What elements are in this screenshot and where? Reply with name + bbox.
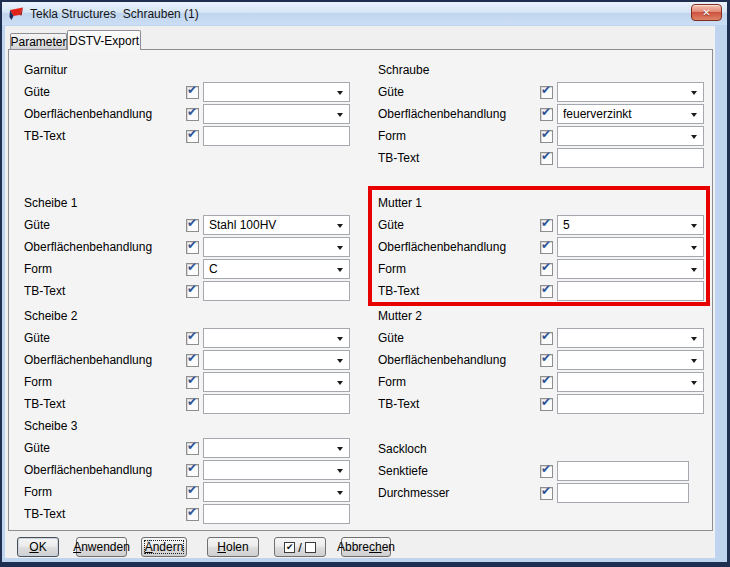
- scheibe1-form-label: Form: [24, 262, 186, 276]
- label-text: ndern: [153, 540, 184, 554]
- mutter1-guete-checkbox[interactable]: ✔: [540, 219, 553, 232]
- mutter2-tb-text-input[interactable]: [557, 394, 704, 414]
- scheibe3-form-row: Form ✔: [24, 481, 350, 503]
- schraube-tb-text-input[interactable]: [557, 148, 704, 168]
- garnitur-guete-checkbox[interactable]: ✔: [186, 86, 199, 99]
- schraube-guete-checkbox[interactable]: ✔: [540, 86, 553, 99]
- scheibe1-tb-text-input[interactable]: [203, 281, 350, 301]
- close-icon: ✕: [702, 8, 710, 18]
- section-title-scheibe1: Scheibe 1: [24, 192, 350, 214]
- toggle-all-checkboxes-button[interactable]: ✔ /: [274, 537, 326, 557]
- mutter1-guete-combo[interactable]: 5: [557, 215, 704, 235]
- garnitur-guete-combo[interactable]: [203, 82, 350, 102]
- mutter2-guete-combo[interactable]: [557, 328, 704, 348]
- scheibe1-oberflaechenbehandlung-checkbox[interactable]: ✔: [186, 241, 199, 254]
- garnitur-oberflaechenbehandlung-combo[interactable]: [203, 104, 350, 124]
- mutter1-oberflaechenbehandlung-checkbox[interactable]: ✔: [540, 241, 553, 254]
- sackloch-senktiefe-input[interactable]: [557, 461, 689, 481]
- scheibe2-oberflaechenbehandlung-row: Oberflächenbehandlung ✔: [24, 349, 350, 371]
- scheibe1-guete-combo[interactable]: Stahl 100HV: [203, 215, 350, 235]
- mutter1-form-checkbox[interactable]: ✔: [540, 263, 553, 276]
- scheibe3-tb-text-input[interactable]: [203, 504, 350, 524]
- label-text: nwenden: [81, 540, 130, 554]
- schraube-guete-combo[interactable]: [557, 82, 704, 102]
- section-title-scheibe3: Scheibe 3: [24, 415, 350, 437]
- scheibe1-guete-label: Güte: [24, 218, 186, 232]
- tab-dstv-export[interactable]: DSTV-Export: [67, 30, 141, 50]
- sackloch-durchmesser-row: Durchmesser ✔: [378, 482, 704, 504]
- mutter2-guete-checkbox[interactable]: ✔: [540, 332, 553, 345]
- scheibe3-oberflaechenbehandlung-combo[interactable]: [203, 460, 350, 480]
- titlebar[interactable]: Tekla Structures Schrauben (1) ✕: [2, 2, 728, 25]
- schraube-guete-row: Güte ✔: [378, 81, 704, 103]
- mutter1-tb-text-label: TB-Text: [378, 284, 540, 298]
- label-text: Ä: [145, 540, 153, 554]
- scheibe3-tb-text-checkbox[interactable]: ✔: [186, 508, 199, 521]
- close-button[interactable]: ✕: [691, 4, 722, 21]
- button-label: OK: [29, 540, 46, 554]
- garnitur-guete-label: Güte: [24, 85, 186, 99]
- scheibe3-form-combo[interactable]: [203, 482, 350, 502]
- mutter2-oberflaechenbehandlung-checkbox[interactable]: ✔: [540, 354, 553, 367]
- mutter1-form-combo[interactable]: [557, 259, 704, 279]
- check-icon: ✔: [541, 330, 551, 343]
- scheibe3-guete-checkbox[interactable]: ✔: [186, 442, 199, 455]
- section-title-mutter1: Mutter 1: [378, 192, 704, 214]
- scheibe1-oberflaechenbehandlung-combo[interactable]: [203, 237, 350, 257]
- mutter2-tb-text-row: TB-Text ✔: [378, 393, 704, 415]
- mutter2-oberflaechenbehandlung-combo[interactable]: [557, 350, 704, 370]
- scheibe2-guete-checkbox[interactable]: ✔: [186, 332, 199, 345]
- scheibe2-form-combo[interactable]: [203, 372, 350, 392]
- schraube-oberflaechenbehandlung-checkbox[interactable]: ✔: [540, 108, 553, 121]
- check-icon: ✔: [541, 352, 551, 365]
- holen-button[interactable]: Holen: [207, 537, 259, 557]
- scheibe2-tb-text-checkbox[interactable]: ✔: [186, 398, 199, 411]
- schraube-form-checkbox[interactable]: ✔: [540, 130, 553, 143]
- scheibe3-oberflaechenbehandlung-checkbox[interactable]: ✔: [186, 464, 199, 477]
- scheibe2-oberflaechenbehandlung-combo[interactable]: [203, 350, 350, 370]
- scheibe2-form-checkbox[interactable]: ✔: [186, 376, 199, 389]
- scheibe2-guete-combo[interactable]: [203, 328, 350, 348]
- check-icon: ✔: [187, 506, 197, 519]
- scheibe1-form-checkbox[interactable]: ✔: [186, 263, 199, 276]
- scheibe2-guete-row: Güte ✔: [24, 327, 350, 349]
- abbrechen-button[interactable]: Abbrechen: [341, 537, 391, 557]
- check-icon: ✔: [541, 239, 551, 252]
- scheibe2-tb-text-input[interactable]: [203, 394, 350, 414]
- scheibe3-guete-combo[interactable]: [203, 438, 350, 458]
- button-label: Ändern: [145, 540, 184, 554]
- mutter1-tb-text-checkbox[interactable]: ✔: [540, 285, 553, 298]
- chevron-down-icon: [337, 91, 343, 95]
- aendern-button[interactable]: Ändern: [141, 537, 187, 557]
- sackloch-durchmesser-label: Durchmesser: [378, 486, 540, 500]
- scheibe2-oberflaechenbehandlung-checkbox[interactable]: ✔: [186, 354, 199, 367]
- mutter2-form-combo[interactable]: [557, 372, 704, 392]
- scheibe2-tb-text-row: TB-Text ✔: [24, 393, 350, 415]
- scheibe1-tb-text-checkbox[interactable]: ✔: [186, 285, 199, 298]
- checked-checkbox-icon: ✔: [284, 542, 295, 553]
- anwenden-button[interactable]: Anwenden: [76, 537, 127, 557]
- scheibe3-form-checkbox[interactable]: ✔: [186, 486, 199, 499]
- scheibe1-guete-checkbox[interactable]: ✔: [186, 219, 199, 232]
- garnitur-oberflaechenbehandlung-checkbox[interactable]: ✔: [186, 108, 199, 121]
- ok-button[interactable]: OK: [17, 537, 59, 557]
- check-icon: ✔: [187, 374, 197, 387]
- garnitur-tb-text-input[interactable]: [203, 126, 350, 146]
- mutter2-tb-text-checkbox[interactable]: ✔: [540, 398, 553, 411]
- sackloch-durchmesser-input[interactable]: [557, 483, 689, 503]
- schraube-tb-text-checkbox[interactable]: ✔: [540, 152, 553, 165]
- tab-parameter[interactable]: Parameter: [10, 33, 67, 49]
- schraube-oberflaechenbehandlung-combo[interactable]: feuerverzinkt: [557, 104, 704, 124]
- scheibe1-oberflaechenbehandlung-row: Oberflächenbehandlung ✔: [24, 236, 350, 258]
- sackloch-senktiefe-checkbox[interactable]: ✔: [540, 465, 553, 478]
- schraube-form-combo[interactable]: [557, 126, 704, 146]
- chevron-down-icon: [337, 224, 343, 228]
- section-garnitur: Garnitur Güte ✔ Oberflächenbehandlung ✔ …: [24, 59, 350, 147]
- mutter2-form-checkbox[interactable]: ✔: [540, 376, 553, 389]
- garnitur-tb-text-checkbox[interactable]: ✔: [186, 130, 199, 143]
- sackloch-durchmesser-checkbox[interactable]: ✔: [540, 487, 553, 500]
- mutter1-tb-text-input[interactable]: [557, 281, 704, 301]
- section-scheibe1: Scheibe 1 Güte ✔ Stahl 100HV Oberflächen…: [24, 192, 350, 302]
- scheibe1-form-combo[interactable]: C: [203, 259, 350, 279]
- mutter1-oberflaechenbehandlung-combo[interactable]: [557, 237, 704, 257]
